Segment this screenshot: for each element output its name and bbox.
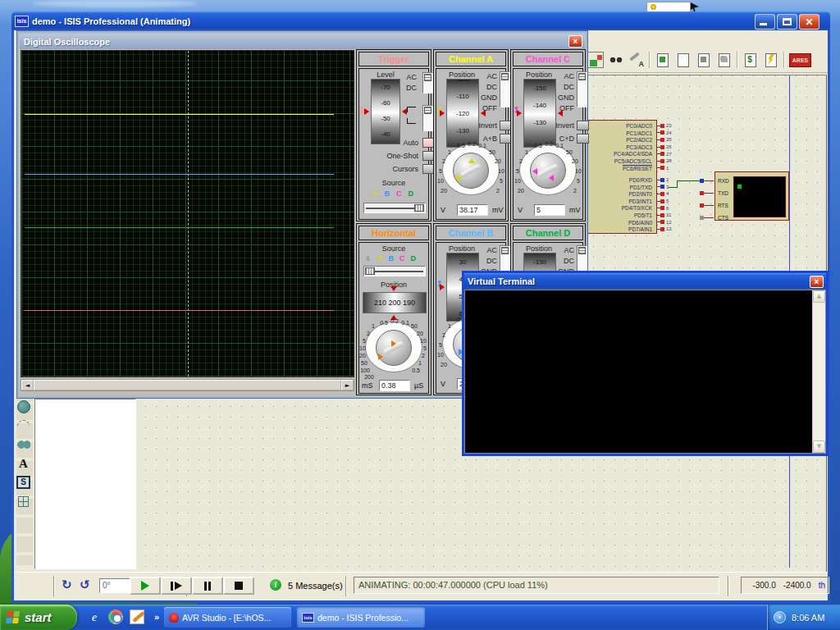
object-selector[interactable] — [34, 399, 136, 569]
tool-icon[interactable] — [13, 492, 34, 510]
pause-button[interactable] — [192, 577, 223, 595]
editor-quicklaunch-icon[interactable] — [130, 609, 144, 624]
combine-button[interactable] — [577, 134, 589, 144]
toolbar-icon[interactable] — [737, 52, 738, 68]
wire-segment[interactable] — [677, 180, 678, 188]
pin — [700, 187, 724, 199]
toolbar-icon[interactable] — [675, 52, 692, 68]
invert-label: Invert — [538, 121, 574, 130]
quicklaunch-overflow-chevron[interactable]: » — [149, 609, 164, 624]
play-icon — [141, 581, 149, 591]
wire-segment[interactable] — [669, 187, 677, 188]
gain-knob[interactable]: 0.50.20.1 1251020 50201052 — [514, 144, 584, 203]
tool-icon[interactable]: S — [13, 473, 34, 491]
edge-switch[interactable] — [422, 105, 433, 131]
scroll-down-arrow[interactable]: ▼ — [813, 441, 825, 453]
toolbar-icon[interactable] — [608, 52, 624, 68]
oscilloscope-title-bar[interactable]: Digital Oscilloscope — [20, 34, 585, 49]
toolbar-icon[interactable] — [783, 52, 785, 68]
tool-icon[interactable] — [13, 417, 34, 435]
pin-number: 6 — [666, 206, 669, 211]
timebase-knob[interactable]: 0.50.20.1 125102050100200 5020105210.5 — [359, 322, 430, 381]
knob-pointer — [457, 175, 462, 181]
start-button[interactable]: start — [0, 605, 77, 630]
knob[interactable] — [376, 330, 412, 366]
rotate-cw-button[interactable]: ↻ — [62, 578, 72, 592]
tool-icon[interactable] — [13, 436, 34, 454]
tool-icon[interactable] — [13, 398, 34, 416]
horizontal-source-slider[interactable] — [363, 266, 426, 276]
toolbar-icon[interactable] — [763, 52, 779, 68]
rotate-ccw-button[interactable]: ↺ — [80, 578, 90, 592]
knob-scale-label: 2 — [568, 188, 582, 194]
virtual-terminal-title-bar[interactable]: Virtual Terminal — [464, 273, 826, 290]
step-icon — [171, 582, 173, 591]
toolbar-icon[interactable]: $ — [742, 52, 759, 68]
horizontal-position-gauge[interactable]: 210 200 190 — [363, 292, 427, 313]
pause-icon — [204, 582, 207, 591]
pin-state-indicator — [660, 178, 664, 182]
pin-state-indicator — [660, 124, 664, 128]
main-title-bar[interactable]: isis demo - ISIS Professional (Animating… — [11, 11, 830, 30]
scroll-left-arrow[interactable]: ◄ — [21, 380, 34, 390]
source-letters: ABCD — [372, 189, 413, 198]
toolbar-icon[interactable] — [716, 52, 733, 68]
pin-state-indicator — [660, 145, 664, 149]
auto-label: Auto — [381, 139, 418, 147]
virtual-terminal-close-button[interactable]: × — [810, 276, 824, 288]
step-icon-arrow — [175, 582, 182, 590]
coupling-switch[interactable] — [422, 72, 433, 94]
coupling-switch[interactable] — [500, 71, 510, 107]
toolbar-icon-label: ARES — [790, 54, 810, 66]
taskbar-button-avr-studio[interactable]: AVR Studio - [E:\hOS... — [164, 607, 291, 628]
info-icon[interactable]: i — [270, 579, 281, 591]
ie-quicklaunch-icon[interactable]: e — [87, 609, 102, 624]
tray-collapse-chevron[interactable]: ‹ — [774, 611, 786, 623]
play-button[interactable] — [130, 577, 161, 595]
trigger-source-slider[interactable] — [363, 203, 426, 213]
toolbar-icon[interactable]: ARES — [789, 53, 811, 67]
gain-knob[interactable]: 0.50.20.1 1251020 50201052 — [436, 144, 507, 203]
pin-state-indicator — [660, 220, 664, 224]
toolbar-icon[interactable] — [649, 52, 651, 68]
main-toolbar: A×$ARES — [587, 50, 811, 70]
toolbar-icon[interactable]: × — [696, 52, 712, 68]
scope-scrollbar[interactable]: ◄ ► — [21, 379, 354, 391]
knob-scale-label: 50 — [408, 323, 421, 329]
scroll-thumb[interactable] — [34, 380, 341, 390]
scope-trace — [25, 227, 334, 228]
maximize-button[interactable] — [777, 14, 797, 30]
horizontal-panel: Horizontal Source 1 ABCD Position 210 20… — [356, 223, 431, 395]
minimize-button[interactable] — [755, 14, 775, 30]
oscilloscope-close-button[interactable]: × — [568, 35, 582, 48]
separator — [345, 576, 347, 596]
stop-button[interactable] — [223, 577, 254, 595]
toolbar-icon[interactable] — [587, 52, 604, 68]
unit-volts: V — [441, 206, 445, 214]
scroll-right-arrow[interactable]: ► — [341, 380, 354, 390]
virtual-terminal-component[interactable]: RXDTXDRTSCTS — [714, 171, 789, 221]
terminal-screen[interactable]: ▲ ▼ — [464, 290, 826, 454]
source-channel-letter: A — [377, 254, 383, 262]
pin-number: 25 — [666, 137, 672, 142]
scroll-up-arrow[interactable]: ▲ — [813, 290, 825, 303]
coupling-labels: ACDCGNDOFF — [551, 72, 574, 115]
wire-segment[interactable] — [677, 180, 700, 181]
tool-icon[interactable]: A — [13, 454, 34, 472]
knob[interactable] — [530, 153, 566, 189]
invert-button[interactable] — [577, 121, 589, 130]
step-button[interactable] — [161, 577, 192, 595]
close-button[interactable]: ✕ — [799, 14, 819, 30]
pin: 5 — [657, 198, 682, 205]
knob-scale-label: 10 — [417, 338, 430, 344]
toolbar-icon[interactable]: A — [628, 52, 645, 68]
terminal-scrollbar[interactable]: ▲ ▼ — [812, 290, 825, 453]
taskbar-button-isis[interactable]: isis demo - ISIS Professio... — [297, 607, 425, 628]
coupling-switch[interactable] — [577, 71, 587, 107]
toolbar-icon[interactable] — [655, 52, 671, 68]
message-count[interactable]: 5 Message(s) — [288, 581, 343, 591]
terminal-pins — [700, 175, 724, 224]
knob-scale-label: 5 — [572, 178, 585, 184]
knob[interactable] — [453, 153, 489, 189]
browser-quicklaunch-icon[interactable] — [108, 609, 123, 624]
